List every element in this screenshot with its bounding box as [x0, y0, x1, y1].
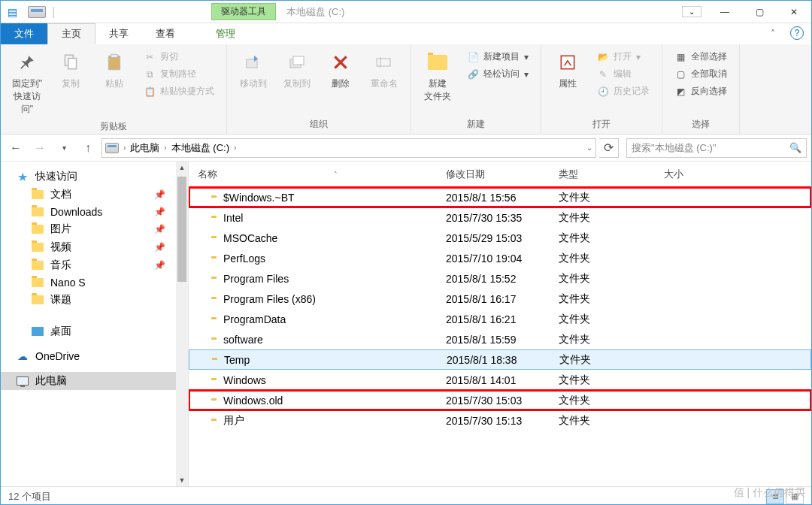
tab-share[interactable]: 共享	[95, 23, 142, 44]
icons-view-button[interactable]: ▦	[786, 489, 804, 504]
tree-keti[interactable]: 课题	[1, 291, 188, 309]
folder-icon	[31, 223, 44, 235]
list-item[interactable]: Windows2015/8/1 14:01文件夹	[189, 370, 811, 390]
edit-button[interactable]: ✎编辑	[594, 66, 653, 82]
history-button[interactable]: 🕘历史记录	[594, 83, 653, 99]
close-button[interactable]: ✕	[777, 1, 811, 23]
scroll-up-icon[interactable]: ▲	[176, 162, 188, 174]
rename-button[interactable]: 重命名	[364, 47, 404, 93]
copy-button[interactable]: 复制	[50, 47, 91, 93]
tab-manage[interactable]: 管理	[202, 23, 249, 44]
file-name: PerfLogs	[223, 252, 265, 265]
file-type: 文件夹	[559, 252, 664, 265]
tree-downloads[interactable]: Downloads📌	[1, 204, 188, 220]
tree-documents[interactable]: 文档📌	[1, 186, 188, 204]
list-item[interactable]: Program Files (x86)2015/8/1 16:17文件夹	[189, 289, 811, 309]
list-item[interactable]: software2015/8/1 15:59文件夹	[189, 329, 811, 349]
easy-access-button[interactable]: 🔗轻松访问 ▾	[464, 66, 532, 82]
cut-button[interactable]: ✂剪切	[141, 49, 217, 65]
move-to-button[interactable]: 移动到	[233, 47, 274, 93]
list-item[interactable]: Intel2015/7/30 15:35文件夹	[189, 207, 811, 228]
ribbon-group-new: 新建 文件夹 📄新建项目 ▾ 🔗轻松访问 ▾ 新建	[411, 44, 541, 134]
collapse-ribbon-button[interactable]: ˄	[763, 23, 783, 44]
help-button[interactable]: ?	[790, 26, 804, 40]
folder-icon	[31, 206, 44, 218]
copy-path-button[interactable]: ⧉复制路径	[141, 66, 217, 82]
list-item[interactable]: Temp2015/8/1 18:38文件夹	[189, 349, 811, 370]
list-item[interactable]: Windows.old2015/7/30 15:03文件夹	[189, 390, 811, 410]
chevron-right-icon[interactable]: ›	[234, 144, 236, 152]
scroll-down-icon[interactable]: ▼	[176, 474, 188, 486]
file-name: MSOCache	[223, 232, 277, 244]
system-menu-icon[interactable]: ▤	[1, 1, 23, 23]
list-item[interactable]: MSOCache2015/5/29 15:03文件夹	[189, 228, 811, 248]
tree-scrollbar[interactable]: ▲ ▼	[176, 162, 188, 486]
breadcrumb-drive[interactable]: 本地磁盘 (C:)	[168, 141, 232, 155]
drive-icon	[28, 6, 46, 18]
navigation-tree[interactable]: ★快速访问 文档📌 Downloads📌 图片📌 视频📌 音乐📌 Nano S …	[1, 162, 189, 486]
file-name: ProgramData	[223, 313, 286, 325]
file-date: 2015/8/1 15:59	[446, 334, 559, 346]
new-folder-button[interactable]: 新建 文件夹	[417, 47, 458, 106]
tree-onedrive[interactable]: ☁OneDrive	[1, 348, 188, 364]
recent-locations-button[interactable]: ▾	[53, 138, 74, 159]
tree-desktop[interactable]: 桌面	[1, 322, 188, 340]
col-name[interactable]: 名称˄	[189, 168, 437, 181]
tree-music[interactable]: 音乐📌	[1, 256, 188, 274]
minimize-button[interactable]: —	[707, 1, 742, 23]
up-button[interactable]: ↑	[77, 138, 98, 159]
new-item-button[interactable]: 📄新建项目 ▾	[464, 49, 532, 65]
pin-to-quick-access-button[interactable]: 固定到" 快速访问"	[7, 47, 47, 119]
select-all-icon: ▦	[674, 51, 686, 63]
refresh-button[interactable]: ⟳	[599, 138, 619, 158]
paste-shortcut-button[interactable]: 📋粘贴快捷方式	[141, 83, 217, 99]
tab-view[interactable]: 查看	[142, 23, 189, 44]
tree-nano[interactable]: Nano S	[1, 274, 188, 291]
maximize-button[interactable]: ▢	[742, 1, 777, 23]
tab-home[interactable]: 主页	[47, 23, 95, 44]
tree-thispc[interactable]: 此电脑	[1, 372, 188, 390]
desktop-icon	[31, 325, 44, 337]
select-all-button[interactable]: ▦全部选择	[671, 49, 730, 65]
scroll-thumb[interactable]	[177, 177, 186, 282]
paste-button[interactable]: 粘贴	[94, 47, 135, 93]
file-type: 文件夹	[559, 313, 664, 326]
tree-quick-access[interactable]: ★快速访问	[1, 168, 188, 186]
pin-icon: 📌	[154, 207, 165, 217]
file-list: 名称˄ 修改日期 类型 大小 $Windows.~BT2015/8/1 15:5…	[189, 162, 811, 486]
tab-file[interactable]: 文件	[1, 23, 47, 44]
invert-selection-button[interactable]: ◩反向选择	[671, 83, 730, 99]
ribbon-group-organize: 移动到 复制到 删除 重命名 组织	[227, 44, 411, 134]
forward-button[interactable]: →	[29, 138, 50, 159]
list-item[interactable]: ProgramData2015/8/1 16:21文件夹	[189, 309, 811, 329]
tree-pictures[interactable]: 图片📌	[1, 220, 188, 238]
back-button[interactable]: ←	[5, 138, 26, 159]
address-bar[interactable]: › 此电脑 › 本地磁盘 (C:) › ⌄	[102, 138, 596, 158]
file-name: Temp	[224, 354, 250, 366]
tree-videos[interactable]: 视频📌	[1, 238, 188, 256]
properties-button[interactable]: 属性	[547, 47, 588, 93]
file-date: 2015/8/1 16:21	[446, 313, 559, 325]
select-none-button[interactable]: ▢全部取消	[671, 66, 730, 82]
copy-icon	[59, 50, 83, 74]
title-bar: ▤ | 驱动器工具 本地磁盘 (C:) ⌄ — ▢ ✕	[1, 1, 811, 23]
open-button[interactable]: 📂打开 ▾	[594, 49, 653, 65]
chevron-right-icon[interactable]: ›	[123, 144, 126, 152]
details-view-button[interactable]: ≣	[766, 489, 784, 504]
list-item[interactable]: Program Files2015/8/1 15:52文件夹	[189, 268, 811, 289]
breadcrumb-thispc[interactable]: 此电脑	[127, 141, 162, 155]
list-item[interactable]: 用户2015/7/30 15:13文件夹	[189, 410, 811, 431]
delete-button[interactable]: 删除	[320, 47, 361, 93]
list-item[interactable]: PerfLogs2015/7/10 19:04文件夹	[189, 248, 811, 268]
col-date[interactable]: 修改日期	[437, 168, 550, 181]
col-size[interactable]: 大小	[655, 168, 745, 181]
file-type: 文件夹	[559, 353, 665, 367]
copy-to-button[interactable]: 复制到	[277, 47, 317, 93]
chevron-right-icon[interactable]: ›	[164, 144, 166, 152]
search-input[interactable]: 搜索"本地磁盘 (C:)" 🔍	[626, 138, 807, 158]
col-type[interactable]: 类型	[550, 168, 655, 181]
ribbon-options-button[interactable]: ⌄	[682, 6, 701, 17]
address-dropdown-icon[interactable]: ⌄	[586, 144, 592, 152]
delete-icon	[329, 50, 353, 74]
list-item[interactable]: $Windows.~BT2015/8/1 15:56文件夹	[189, 187, 811, 207]
